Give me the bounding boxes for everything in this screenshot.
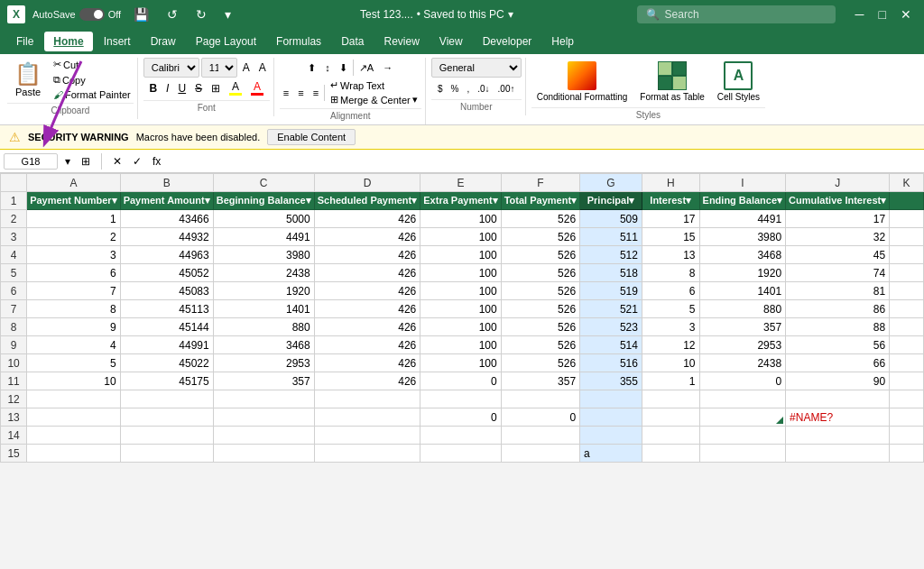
wrap-text-button[interactable]: ↵ Wrap Text xyxy=(327,78,421,92)
list-item[interactable]: 8 xyxy=(642,264,699,282)
list-item[interactable]: 526 xyxy=(501,336,579,354)
list-item[interactable]: 5 xyxy=(642,300,699,318)
list-item[interactable] xyxy=(120,390,213,408)
cell-reference-input[interactable] xyxy=(4,153,58,170)
list-item[interactable]: 45 xyxy=(786,246,890,264)
save-button[interactable]: 💾 xyxy=(128,5,154,23)
list-item[interactable] xyxy=(120,408,213,427)
list-item[interactable]: 526 xyxy=(501,300,579,318)
list-item[interactable] xyxy=(786,445,890,463)
menu-view[interactable]: View xyxy=(430,32,472,51)
list-item[interactable] xyxy=(501,390,579,408)
list-item[interactable]: 100 xyxy=(420,336,501,354)
list-item[interactable]: 518 xyxy=(580,264,642,282)
list-item[interactable] xyxy=(580,427,642,445)
list-item[interactable] xyxy=(890,390,924,408)
search-box[interactable]: 🔍 xyxy=(637,5,836,23)
function-button[interactable]: fx xyxy=(149,154,164,169)
indent-increase-button[interactable]: → xyxy=(379,58,396,78)
right-align-button[interactable]: ≡ xyxy=(310,83,322,103)
list-item[interactable]: 4491 xyxy=(699,210,786,228)
list-item[interactable]: 9 xyxy=(27,318,120,336)
list-item[interactable]: 7 xyxy=(27,282,120,300)
list-item[interactable]: 426 xyxy=(314,246,420,264)
list-item[interactable]: 1 xyxy=(642,372,699,390)
list-item[interactable]: 526 xyxy=(501,354,579,372)
list-item[interactable]: 526 xyxy=(501,228,579,246)
list-item[interactable] xyxy=(642,427,699,445)
list-item[interactable]: 426 xyxy=(314,210,420,228)
list-item[interactable]: 100 xyxy=(420,354,501,372)
list-item[interactable]: 0 xyxy=(420,408,501,427)
list-item[interactable] xyxy=(420,427,501,445)
list-item[interactable]: 0 xyxy=(699,372,786,390)
search-input[interactable] xyxy=(665,8,809,21)
list-item[interactable]: 3 xyxy=(642,318,699,336)
list-item[interactable]: 2438 xyxy=(699,354,786,372)
list-item[interactable] xyxy=(213,445,314,463)
list-item[interactable]: 15 xyxy=(642,228,699,246)
list-item[interactable]: 13 xyxy=(642,246,699,264)
list-item[interactable]: 526 xyxy=(501,282,579,300)
list-item[interactable]: 526 xyxy=(501,246,579,264)
list-item[interactable]: 45175 xyxy=(120,372,213,390)
list-item[interactable] xyxy=(27,427,120,445)
list-item[interactable]: 17 xyxy=(786,210,890,228)
list-item[interactable] xyxy=(699,427,786,445)
list-item[interactable] xyxy=(314,427,420,445)
list-item[interactable]: 2953 xyxy=(699,336,786,354)
list-item[interactable]: 100 xyxy=(420,318,501,336)
header-cell-K[interactable] xyxy=(890,192,924,210)
list-item[interactable]: 66 xyxy=(786,354,890,372)
list-item[interactable]: 1 xyxy=(27,210,120,228)
list-item[interactable]: 1401 xyxy=(699,282,786,300)
close-button[interactable]: ✕ xyxy=(895,5,917,23)
undo-button[interactable]: ↺ xyxy=(162,5,183,23)
col-header-h[interactable]: H xyxy=(642,174,699,192)
list-item[interactable] xyxy=(890,282,924,300)
list-item[interactable]: 1920 xyxy=(213,282,314,300)
list-item[interactable] xyxy=(890,210,924,228)
list-item[interactable] xyxy=(890,408,924,427)
header-cell-H[interactable]: Interest▾ xyxy=(642,192,699,210)
list-item[interactable]: 81 xyxy=(786,282,890,300)
format-as-table-button[interactable]: Format as Table xyxy=(634,58,710,106)
menu-pagelayout[interactable]: Page Layout xyxy=(187,32,265,51)
list-item[interactable] xyxy=(420,390,501,408)
list-item[interactable]: 426 xyxy=(314,264,420,282)
list-item[interactable]: 32 xyxy=(786,228,890,246)
list-item[interactable]: 526 xyxy=(501,318,579,336)
cell-styles-button[interactable]: A Cell Styles xyxy=(712,58,765,106)
copy-button[interactable]: ⧉ Copy xyxy=(51,73,134,87)
list-item[interactable] xyxy=(27,445,120,463)
menu-insert[interactable]: Insert xyxy=(95,32,140,51)
list-item[interactable]: 512 xyxy=(580,246,642,264)
list-item[interactable]: 3 xyxy=(27,246,120,264)
list-item[interactable] xyxy=(642,390,699,408)
list-item[interactable]: 45144 xyxy=(120,318,213,336)
header-cell-A[interactable]: Payment Number▾ xyxy=(27,192,120,210)
header-cell-I[interactable]: Ending Balance▾ xyxy=(699,192,786,210)
list-item[interactable] xyxy=(120,445,213,463)
list-item[interactable] xyxy=(501,427,579,445)
list-item[interactable]: 355 xyxy=(580,372,642,390)
list-item[interactable] xyxy=(786,390,890,408)
list-item[interactable]: 45022 xyxy=(120,354,213,372)
list-item[interactable]: 44932 xyxy=(120,228,213,246)
list-item[interactable]: 426 xyxy=(314,300,420,318)
menu-formulas[interactable]: Formulas xyxy=(267,32,330,51)
list-item[interactable] xyxy=(890,246,924,264)
list-item[interactable]: 0 xyxy=(501,408,579,427)
list-item[interactable]: 880 xyxy=(213,318,314,336)
col-header-k[interactable]: K xyxy=(890,174,924,192)
formula-input[interactable] xyxy=(168,153,920,170)
list-item[interactable] xyxy=(314,408,420,427)
formula-bar-expand[interactable]: ⊞ xyxy=(78,154,94,169)
list-item[interactable]: 100 xyxy=(420,264,501,282)
list-item[interactable] xyxy=(699,445,786,463)
menu-help[interactable]: Help xyxy=(542,32,583,51)
list-item[interactable]: 519 xyxy=(580,282,642,300)
bottom-align-button[interactable]: ⬇ xyxy=(336,58,351,78)
menu-home[interactable]: Home xyxy=(44,32,92,51)
cut-button[interactable]: ✂ Cut xyxy=(51,58,134,71)
